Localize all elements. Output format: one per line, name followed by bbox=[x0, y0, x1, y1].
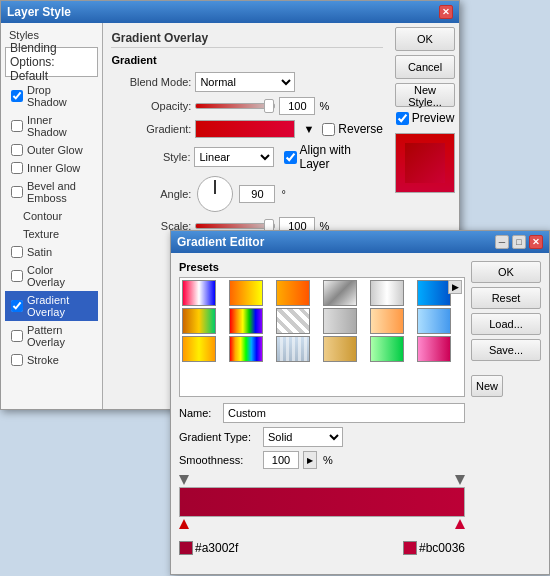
style-inner-shadow[interactable]: Inner Shadow bbox=[5, 111, 98, 141]
ok-button[interactable]: OK bbox=[395, 27, 455, 51]
presets-grid bbox=[182, 280, 462, 362]
close-icon[interactable]: ✕ bbox=[529, 235, 543, 249]
style-texture[interactable]: Texture bbox=[5, 225, 98, 243]
new-style-button[interactable]: New Style... bbox=[395, 83, 455, 107]
name-label: Name: bbox=[179, 407, 219, 419]
style-satin[interactable]: Satin bbox=[5, 243, 98, 261]
opacity-stop-right[interactable] bbox=[455, 475, 465, 485]
preset-3[interactable] bbox=[276, 280, 310, 306]
style-pattern-overlay[interactable]: Pattern Overlay bbox=[5, 321, 98, 351]
gradient-editor-window: Gradient Editor ─ □ ✕ Presets bbox=[170, 230, 550, 575]
color-overlay-check[interactable] bbox=[11, 270, 23, 282]
scale-slider[interactable] bbox=[195, 223, 275, 229]
style-bevel-emboss[interactable]: Bevel and Emboss bbox=[5, 177, 98, 207]
ge-save-button[interactable]: Save... bbox=[471, 339, 541, 361]
preset-1[interactable] bbox=[182, 280, 216, 306]
style-color-overlay[interactable]: Color Overlay bbox=[5, 261, 98, 291]
preset-6[interactable] bbox=[417, 280, 451, 306]
preset-18[interactable] bbox=[417, 336, 451, 362]
smoothness-row: Smoothness: ▶ % bbox=[179, 451, 465, 469]
degree-symbol: ° bbox=[281, 188, 285, 200]
preset-12[interactable] bbox=[417, 308, 451, 334]
style-drop-shadow[interactable]: Drop Shadow bbox=[5, 81, 98, 111]
blend-mode-select[interactable]: Normal Multiply Screen bbox=[195, 72, 295, 92]
ge-ok-button[interactable]: OK bbox=[471, 261, 541, 283]
preset-2[interactable] bbox=[229, 280, 263, 306]
gradient-editor-title: Gradient Editor bbox=[177, 235, 264, 249]
satin-check[interactable] bbox=[11, 246, 23, 258]
preset-4[interactable] bbox=[323, 280, 357, 306]
color-stop-left[interactable] bbox=[179, 519, 189, 529]
style-contour[interactable]: Contour bbox=[5, 207, 98, 225]
style-outer-glow[interactable]: Outer Glow bbox=[5, 141, 98, 159]
smoothness-arrow[interactable]: ▶ bbox=[303, 451, 317, 469]
opacity-row: Opacity: % bbox=[111, 97, 383, 115]
ge-new-button[interactable]: New bbox=[471, 375, 503, 397]
preset-14[interactable] bbox=[229, 336, 263, 362]
outer-glow-check[interactable] bbox=[11, 144, 23, 156]
drop-shadow-check[interactable] bbox=[11, 90, 23, 102]
layer-style-titlebar: Layer Style ✕ bbox=[1, 1, 459, 23]
stop-right-label: #bc0036 bbox=[403, 541, 465, 555]
minimize-icon[interactable]: ─ bbox=[495, 235, 509, 249]
opacity-input[interactable] bbox=[279, 97, 315, 115]
gradient-editor-buttons: OK Reset Load... Save... New bbox=[471, 261, 541, 566]
reverse-check[interactable] bbox=[322, 123, 335, 136]
preset-11[interactable] bbox=[370, 308, 404, 334]
color-stop-right[interactable] bbox=[455, 519, 465, 529]
angle-row: Angle: ° bbox=[111, 176, 383, 212]
preset-10[interactable] bbox=[323, 308, 357, 334]
presets-scroll-btn[interactable]: ▶ bbox=[448, 280, 462, 294]
gradient-dropdown-arrow[interactable]: ▼ bbox=[303, 123, 314, 135]
preset-7[interactable] bbox=[182, 308, 216, 334]
opacity-percent: % bbox=[319, 100, 329, 112]
maximize-icon[interactable]: □ bbox=[512, 235, 526, 249]
close-icon[interactable]: ✕ bbox=[439, 5, 453, 19]
preset-5[interactable] bbox=[370, 280, 404, 306]
opacity-slider[interactable] bbox=[195, 103, 275, 109]
preset-8[interactable] bbox=[229, 308, 263, 334]
gradient-editor-body: Presets bbox=[171, 253, 549, 574]
style-row: Style: Linear Radial Angle Align with La… bbox=[111, 143, 383, 171]
name-row: Name: bbox=[179, 403, 465, 423]
style-inner-glow[interactable]: Inner Glow bbox=[5, 159, 98, 177]
bevel-emboss-check[interactable] bbox=[11, 186, 23, 198]
preset-15[interactable] bbox=[276, 336, 310, 362]
ge-reset-button[interactable]: Reset bbox=[471, 287, 541, 309]
stop-right-color[interactable] bbox=[403, 541, 417, 555]
gradient-overlay-check[interactable] bbox=[11, 300, 23, 312]
style-stroke[interactable]: Stroke bbox=[5, 351, 98, 369]
gradient-type-select[interactable]: Solid Noise bbox=[263, 427, 343, 447]
preset-16[interactable] bbox=[323, 336, 357, 362]
preset-13[interactable] bbox=[182, 336, 216, 362]
inner-glow-check[interactable] bbox=[11, 162, 23, 174]
section-title: Gradient Overlay bbox=[111, 31, 383, 48]
inner-shadow-check[interactable] bbox=[11, 120, 23, 132]
pattern-overlay-check[interactable] bbox=[11, 330, 23, 342]
stroke-check[interactable] bbox=[11, 354, 23, 366]
align-layer-check[interactable] bbox=[284, 151, 297, 164]
preset-17[interactable] bbox=[370, 336, 404, 362]
preview-check[interactable] bbox=[396, 112, 409, 125]
stop-left-color[interactable] bbox=[179, 541, 193, 555]
blend-mode-label: Blend Mode: bbox=[111, 76, 191, 88]
name-input[interactable] bbox=[223, 403, 465, 423]
reverse-row: Reverse bbox=[322, 122, 383, 136]
angle-input[interactable] bbox=[239, 185, 275, 203]
angle-dial[interactable] bbox=[197, 176, 233, 212]
cancel-button[interactable]: Cancel bbox=[395, 55, 455, 79]
preset-9[interactable] bbox=[276, 308, 310, 334]
smoothness-input[interactable] bbox=[263, 451, 299, 469]
blending-options[interactable]: Blending Options: Default bbox=[5, 47, 98, 77]
gradient-bar-large[interactable] bbox=[179, 487, 465, 517]
ge-load-button[interactable]: Load... bbox=[471, 313, 541, 335]
opacity-stop-left[interactable] bbox=[179, 475, 189, 485]
layer-style-title: Layer Style bbox=[7, 5, 71, 19]
presets-label: Presets bbox=[179, 261, 465, 273]
style-label: Style: bbox=[111, 151, 190, 163]
style-gradient-overlay[interactable]: Gradient Overlay bbox=[5, 291, 98, 321]
presets-grid-container: ▶ bbox=[179, 277, 465, 397]
sub-title: Gradient bbox=[111, 54, 383, 66]
gradient-preview-bar[interactable] bbox=[195, 120, 295, 138]
style-select[interactable]: Linear Radial Angle bbox=[194, 147, 273, 167]
